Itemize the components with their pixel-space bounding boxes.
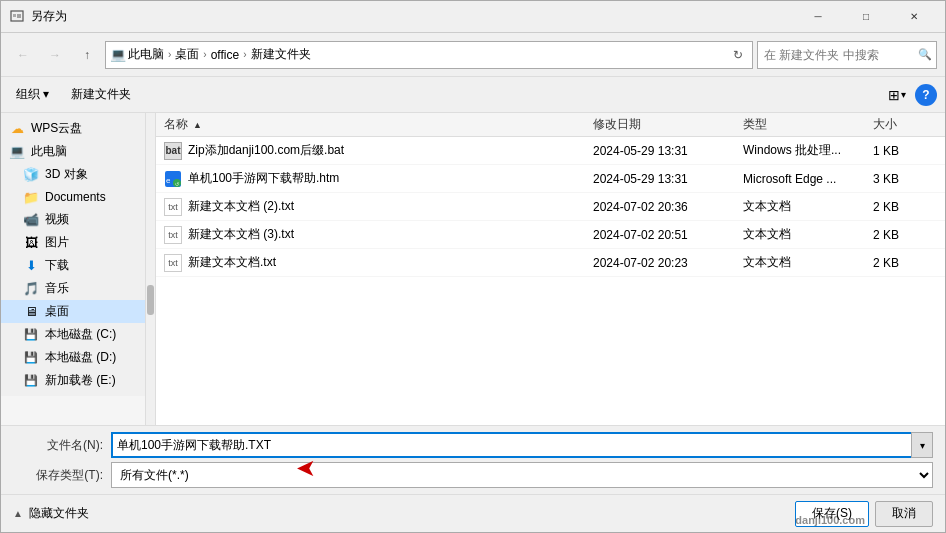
file-name: Zip添加danji100.com后缀.bat [188,142,344,159]
documents-icon: 📁 [23,189,39,205]
file-name-cell: txt 新建文本文档.txt [156,254,585,272]
file-name-cell: txt 新建文本文档 (2).txt [156,198,585,216]
file-name: 新建文本文档 (3).txt [188,226,294,243]
col-header-size[interactable]: 大小 [865,113,945,136]
close-button[interactable]: ✕ [891,1,937,33]
breadcrumb-sep-3: › [243,49,246,60]
sidebar-item-c-drive-label: 本地磁盘 (C:) [45,326,116,343]
breadcrumb-pc[interactable]: 💻 此电脑 [110,46,164,63]
sidebar-item-desktop[interactable]: 🖥 桌面 [1,300,145,323]
sidebar-scroll-thumb [147,285,154,315]
pictures-icon: 🖼 [23,235,39,251]
view-icon: ⊞ [888,87,900,103]
up-button[interactable]: ↑ [73,41,101,69]
sidebar-item-video[interactable]: 📹 视频 [1,208,145,231]
search-icon: 🔍 [918,48,932,61]
sidebar-item-e-drive[interactable]: 💾 新加载卷 (E:) [1,369,145,392]
sidebar-item-pictures[interactable]: 🖼 图片 [1,231,145,254]
dialog-title: 另存为 [31,8,795,25]
col-header-name[interactable]: 名称 ▲ [156,113,585,136]
dialog-icon [9,9,25,25]
toolbar-right: ⊞ ▾ ? [883,81,937,109]
breadcrumb-desktop[interactable]: 桌面 [175,46,199,63]
sidebar-item-documents-label: Documents [45,190,106,204]
hide-files-toggle[interactable]: ▲ 隐藏文件夹 [13,505,89,522]
file-name-cell: txt 新建文本文档 (3).txt [156,226,585,244]
file-name: 新建文本文档 (2).txt [188,198,294,215]
red-arrow: ➤ [296,454,316,482]
file-size: 2 KB [865,200,945,214]
maximize-button[interactable]: □ [843,1,889,33]
sidebar-item-video-label: 视频 [45,211,69,228]
file-row[interactable]: txt 新建文本文档.txt 2024-07-02 20:23 文本文档 2 K… [156,249,945,277]
filename-dropdown-button[interactable]: ▾ [911,432,933,458]
d-drive-icon: 💾 [23,350,39,366]
help-button[interactable]: ? [915,84,937,106]
music-icon: 🎵 [23,281,39,297]
c-drive-icon: 💾 [23,327,39,343]
sidebar-scrollbar[interactable] [145,113,155,425]
search-input[interactable] [764,48,914,62]
file-type: 文本文档 [735,254,865,271]
file-row[interactable]: txt 新建文本文档 (2).txt 2024-07-02 20:36 文本文档… [156,193,945,221]
file-type: Microsoft Edge ... [735,172,865,186]
breadcrumb: 💻 此电脑 › 桌面 › office › 新建文件夹 [110,46,724,63]
sidebar-item-music[interactable]: 🎵 音乐 [1,277,145,300]
breadcrumb-office[interactable]: office [211,48,239,62]
3d-icon: 🧊 [23,167,39,183]
file-date: 2024-07-02 20:36 [585,200,735,214]
chevron-up-icon: ▲ [13,508,23,519]
file-row[interactable]: bat Zip添加danji100.com后缀.bat 2024-05-29 1… [156,137,945,165]
svg-rect-0 [11,11,23,21]
col-header-date[interactable]: 修改日期 [585,113,735,136]
breadcrumb-sep-1: › [168,49,171,60]
filetype-row: 保存类型(T): 所有文件(*.*) [13,462,933,488]
sidebar-item-wps-label: WPS云盘 [31,120,82,137]
refresh-button[interactable]: ↻ [728,45,748,65]
sidebar-item-3d-label: 3D 对象 [45,166,88,183]
video-icon: 📹 [23,212,39,228]
this-pc-icon: 💻 [9,144,25,160]
sidebar: ☁ WPS云盘 💻 此电脑 🧊 3D 对象 📁 Documents 📹 [1,113,146,396]
desktop-icon: 🖥 [23,304,39,320]
organize-label: 组织 ▾ [16,86,49,103]
organize-button[interactable]: 组织 ▾ [9,83,56,106]
breadcrumb-sep-2: › [203,49,206,60]
svg-text:e: e [166,176,171,185]
sidebar-item-pictures-label: 图片 [45,234,69,251]
sort-arrow: ▲ [193,120,202,130]
file-row[interactable]: e ↺ 单机100手游网下载帮助.htm 2024-05-29 13:31 Mi… [156,165,945,193]
col-header-type[interactable]: 类型 [735,113,865,136]
sidebar-item-e-drive-label: 新加载卷 (E:) [45,372,116,389]
new-folder-button[interactable]: 新建文件夹 [64,83,138,106]
forward-button[interactable]: → [41,41,69,69]
e-drive-icon: 💾 [23,373,39,389]
sidebar-item-d-drive[interactable]: 💾 本地磁盘 (D:) [1,346,145,369]
address-bar[interactable]: 💻 此电脑 › 桌面 › office › 新建文件夹 ↻ [105,41,753,69]
file-list-container: 名称 ▲ 修改日期 类型 大小 bat Zip添加danji [156,113,945,425]
action-toolbar: 组织 ▾ 新建文件夹 ⊞ ▾ ? [1,77,945,113]
sidebar-item-c-drive[interactable]: 💾 本地磁盘 (C:) [1,323,145,346]
watermark: danji100.com [795,514,865,526]
sidebar-item-downloads[interactable]: ⬇ 下载 [1,254,145,277]
sidebar-item-3d[interactable]: 🧊 3D 对象 [1,163,145,186]
filename-input[interactable] [111,432,933,458]
sidebar-item-documents[interactable]: 📁 Documents [1,186,145,208]
sidebar-item-thispc[interactable]: 💻 此电脑 [1,140,145,163]
file-name: 单机100手游网下载帮助.htm [188,170,339,187]
file-date: 2024-05-29 13:31 [585,172,735,186]
txt-file-icon: txt [164,198,182,216]
minimize-button[interactable]: ─ [795,1,841,33]
sidebar-item-d-drive-label: 本地磁盘 (D:) [45,349,116,366]
file-row[interactable]: txt 新建文本文档 (3).txt 2024-07-02 20:51 文本文档… [156,221,945,249]
htm-file-icon: e ↺ [164,170,182,188]
filetype-select[interactable]: 所有文件(*.*) [111,462,933,488]
sidebar-item-wps[interactable]: ☁ WPS云盘 [1,117,145,140]
cancel-button[interactable]: 取消 [875,501,933,527]
file-list-header: 名称 ▲ 修改日期 类型 大小 [156,113,945,137]
save-fields: 文件名(N): ▾ 保存类型(T): 所有文件(*.*) [1,425,945,494]
back-button[interactable]: ← [9,41,37,69]
view-toggle-button[interactable]: ⊞ ▾ [883,81,911,109]
filename-label: 文件名(N): [13,437,103,454]
breadcrumb-newfolder[interactable]: 新建文件夹 [251,46,311,63]
